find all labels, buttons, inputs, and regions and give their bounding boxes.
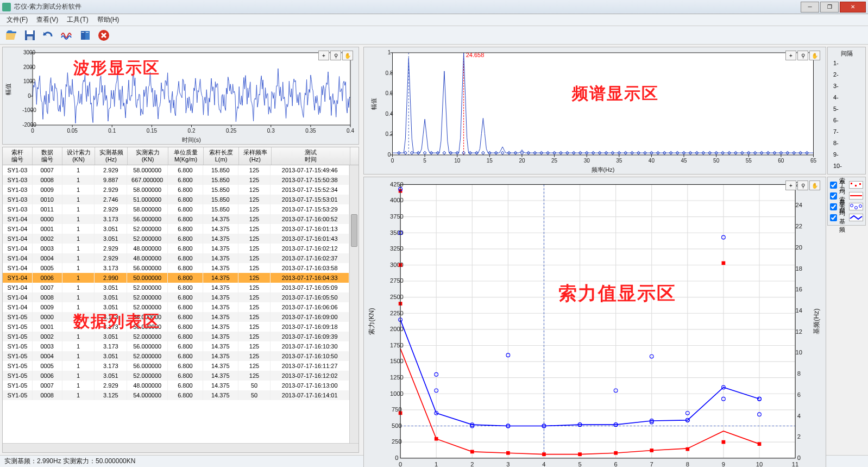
table-row[interactable]: SY1-04000913.05152.0000006.80014.3751252… xyxy=(3,302,349,312)
chart-zoom-icon[interactable]: ⚲ xyxy=(330,51,341,60)
table-cell: 2013-07-17-16:01:43 xyxy=(271,234,349,244)
minimize-button[interactable]: ─ xyxy=(801,2,819,13)
col-header[interactable]: 索杆长度L(m) xyxy=(204,147,239,165)
table-cell: 50.000000 xyxy=(127,273,168,283)
table-row[interactable]: SY1-05000213.05152.0000006.80014.3751252… xyxy=(3,332,349,341)
table-cell: 2013-07-17-15:52:34 xyxy=(271,185,349,195)
waveform-chart[interactable]: -2000-1000010002000300000.050.10.150.20.… xyxy=(3,47,358,144)
table-row[interactable]: SY1-04000213.05152.0000006.80014.3751252… xyxy=(3,234,349,244)
table-row[interactable]: SY1-03001112.92958.0000006.80015.8501252… xyxy=(3,204,349,214)
chart-crosshair-icon[interactable]: + xyxy=(785,51,796,60)
col-header[interactable]: 单位质量M(Kg/m) xyxy=(168,147,204,165)
svg-text:1000: 1000 xyxy=(390,390,404,397)
chart-zoom-icon[interactable]: ⚲ xyxy=(797,180,808,190)
menu-file[interactable]: 文件(F) xyxy=(2,14,32,26)
table-row[interactable]: SY1-03001012.74651.0000006.80015.8501252… xyxy=(3,195,349,204)
svg-text:20: 20 xyxy=(796,244,802,251)
menu-view[interactable]: 查看(V) xyxy=(32,14,62,26)
table-cell: 2013-07-17-15:50:38 xyxy=(271,175,349,185)
table-row[interactable]: SY1-05000413.05152.0000006.80014.3751252… xyxy=(3,351,349,361)
table-cell: 125 xyxy=(238,204,271,214)
table-row[interactable]: SY1-04000813.05152.0000006.80014.3751252… xyxy=(3,292,349,302)
col-header[interactable]: 索杆编号 xyxy=(3,147,33,165)
table-cell: 3.051 xyxy=(95,283,127,292)
table-row[interactable]: SY1-05000513.17356.0000006.80014.3751252… xyxy=(3,361,349,371)
table-cell: 56.000000 xyxy=(127,341,168,351)
table-cell: 51.000000 xyxy=(127,195,168,204)
table-cell: 0005 xyxy=(33,361,62,371)
maximize-button[interactable]: ❐ xyxy=(820,2,839,13)
table-row[interactable]: SY1-04000612.99050.0000006.80014.3751252… xyxy=(3,273,349,283)
legend-item[interactable]: 平均基频 xyxy=(830,212,863,223)
open-icon[interactable] xyxy=(3,28,20,43)
save-icon[interactable] xyxy=(22,28,38,43)
table-cell: 125 xyxy=(238,322,271,332)
svg-rect-251 xyxy=(650,449,653,452)
table-cell: 1 xyxy=(62,302,95,312)
svg-text:40: 40 xyxy=(649,158,655,164)
legend-checkbox[interactable] xyxy=(830,182,837,189)
book-icon[interactable] xyxy=(77,28,93,43)
vertical-scrollbar[interactable] xyxy=(349,165,358,443)
table-row[interactable]: SY1-04000412.92948.0000006.80014.3751252… xyxy=(3,253,349,263)
table-row[interactable]: SY1-04000513.17356.0000006.80014.3751252… xyxy=(3,263,349,273)
table-row[interactable]: SY1-05000712.92948.0000006.80014.3755020… xyxy=(3,381,349,390)
chart-pan-icon[interactable]: ✋ xyxy=(809,180,820,190)
table-row[interactable]: SY1-04000113.05152.0000006.80014.3751252… xyxy=(3,224,349,234)
table-row[interactable]: SY1-03000819.887667.0000006.80015.850125… xyxy=(3,175,349,185)
table-cell: 125 xyxy=(238,214,271,224)
table-row[interactable]: SY1-04000013.17356.0000006.80014.3751252… xyxy=(3,214,349,224)
table-cell: 14.375 xyxy=(203,253,238,263)
table-row[interactable]: SY1-04000713.05152.0000006.80014.3751252… xyxy=(3,283,349,292)
menu-tools[interactable]: 工具(T) xyxy=(62,14,92,26)
wave-icon[interactable] xyxy=(59,28,75,43)
table-row[interactable]: SY1-05000613.05152.0000006.80014.3751252… xyxy=(3,371,349,381)
chart-crosshair-icon[interactable]: + xyxy=(318,51,329,60)
svg-text:0: 0 xyxy=(399,461,402,467)
chart-zoom-icon[interactable]: ⚲ xyxy=(797,51,808,60)
chart-pan-icon[interactable]: ✋ xyxy=(809,51,820,60)
table-cell: 52.000000 xyxy=(127,283,168,292)
table-row[interactable]: SY1-05000813.12554.0000006.80014.3755020… xyxy=(3,390,349,400)
window-close-button[interactable]: ✕ xyxy=(840,2,866,13)
table-cell: 2013-07-17-16:14:01 xyxy=(271,390,349,400)
menu-help[interactable]: 帮助(H) xyxy=(93,14,124,26)
table-cell: 14.375 xyxy=(203,312,238,322)
table-cell: 2013-07-17-15:53:29 xyxy=(271,204,349,214)
table-row[interactable]: SY1-04000312.92948.0000006.80014.3751252… xyxy=(3,244,349,253)
table-body[interactable]: SY1-03000712.92958.0000006.80015.8501252… xyxy=(3,165,349,443)
spectrum-chart[interactable]: 00.20.40.60.8105101520253035404550556065… xyxy=(364,47,826,174)
undo-icon[interactable] xyxy=(40,28,56,43)
chart-pan-icon[interactable]: ✋ xyxy=(342,51,353,60)
table-cell: 0001 xyxy=(33,224,62,234)
legend-checkbox[interactable] xyxy=(830,192,837,200)
table-cell: 6.800 xyxy=(168,253,203,263)
close-icon[interactable] xyxy=(96,28,112,43)
table-cell: SY1-03 xyxy=(3,195,33,204)
col-header[interactable]: 采样频率(Hz) xyxy=(239,147,272,165)
table-cell: 14.375 xyxy=(203,381,238,390)
svg-text:0.25: 0.25 xyxy=(226,128,237,134)
col-header[interactable]: 设计索力(KN) xyxy=(62,147,95,165)
svg-rect-252 xyxy=(685,447,689,451)
legend-checkbox[interactable] xyxy=(830,203,837,210)
table-cell: 1 xyxy=(62,195,95,204)
col-header[interactable]: 测试时间 xyxy=(272,147,350,165)
legend-checkbox[interactable] xyxy=(830,214,837,221)
table-row[interactable]: SY1-03000712.92958.0000006.80015.8501252… xyxy=(3,165,349,175)
svg-text:1: 1 xyxy=(435,461,438,467)
table-row[interactable]: SY1-03000912.92958.0000006.80015.8501252… xyxy=(3,185,349,195)
table-row[interactable]: SY1-05000113.17356.0000006.80014.3751252… xyxy=(3,322,349,332)
table-cell: 6.800 xyxy=(168,165,203,175)
col-header[interactable]: 实测基频(Hz) xyxy=(95,147,128,165)
table-cell: 1 xyxy=(62,214,95,224)
ruler-tick: 6- xyxy=(830,117,863,128)
horizontal-scrollbar[interactable] xyxy=(3,443,358,452)
table-row[interactable]: SY1-05000013.17356.0000006.80014.3751252… xyxy=(3,312,349,322)
table-cell: 0005 xyxy=(33,263,62,273)
cable-force-chart[interactable]: 0250500750100012501500175020002250250027… xyxy=(364,177,826,467)
col-header[interactable]: 数据编号 xyxy=(33,147,62,165)
table-row[interactable]: SY1-05000313.17356.0000006.80014.3751252… xyxy=(3,341,349,351)
chart-crosshair-icon[interactable]: + xyxy=(785,180,796,190)
col-header[interactable]: 实测索力(KN) xyxy=(128,147,168,165)
